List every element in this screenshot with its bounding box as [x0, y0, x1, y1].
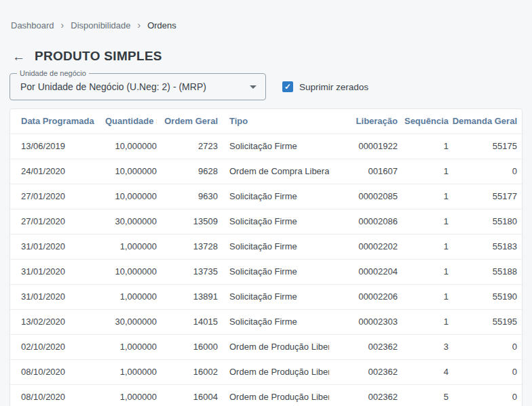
table-cell-sequencia: 3: [398, 334, 449, 359]
table-cell-sequencia: 5: [398, 384, 449, 406]
table-cell-sequencia: 1: [398, 159, 449, 184]
table-cell-ordem-geral: 14015: [157, 309, 218, 334]
table-cell-demanda-geral: 0: [449, 159, 522, 184]
column-header-sequencia[interactable]: Sequência: [398, 109, 449, 134]
table-header-row: Data ProgramadaQuantidade SaldoOrdem Ger…: [10, 109, 522, 134]
suppress-zeros-label: Suprimir zerados: [299, 82, 368, 92]
table-cell-data-programada: 13/02/2020: [10, 309, 105, 334]
chevron-right-icon: ›: [61, 20, 64, 30]
table-cell-tipo: Solicitação Firme: [218, 284, 329, 309]
table-cell-tipo: Solicitação Firme: [218, 184, 329, 209]
breadcrumb: Dashboard › Disponibilidade › Ordens: [11, 20, 522, 31]
column-header-ordem-geral[interactable]: Ordem Geral: [157, 109, 218, 134]
table-cell-tipo: Ordem de Compra Liberada: [218, 159, 329, 184]
table-cell-tipo: Solicitação Firme: [218, 259, 329, 284]
table-cell-tipo: Solicitação Firme: [218, 234, 329, 259]
suppress-zeros-checkbox[interactable]: ✓ Suprimir zerados: [282, 81, 368, 92]
table-row: 24/01/202010,0000009628Ordem de Compra L…: [10, 159, 522, 184]
column-header-liberacao[interactable]: Liberação: [329, 109, 398, 134]
table-cell-demanda-geral: 55180: [449, 209, 522, 234]
table-cell-ordem-geral: 16002: [157, 359, 218, 384]
table-cell-quantidade-saldo: 1,000000: [105, 359, 157, 384]
table-cell-data-programada: 27/01/2020: [10, 209, 105, 234]
table-cell-liberacao: 001607: [329, 159, 398, 184]
table-cell-ordem-geral: 13891: [157, 284, 218, 309]
table-cell-ordem-geral: 13735: [157, 259, 218, 284]
table-cell-tipo: Ordem de Produção Liberada: [218, 334, 329, 359]
table-cell-sequencia: 4: [398, 359, 449, 384]
table-row: 08/10/20201,00000016004Ordem de Produção…: [10, 384, 522, 406]
breadcrumb-item-disponibilidade[interactable]: Disponibilidade: [71, 20, 130, 31]
table-cell-liberacao: 00002085: [329, 184, 398, 209]
business-unit-select-label: Unidade de negócio: [17, 69, 89, 78]
table-cell-demanda-geral: 55183: [449, 234, 522, 259]
column-header-demanda-geral[interactable]: Demanda Geral: [449, 109, 522, 134]
table-cell-sequencia: 1: [398, 309, 449, 334]
back-button[interactable]: ←: [12, 50, 25, 63]
table-cell-liberacao: 002362: [329, 334, 398, 359]
table-cell-sequencia: 1: [398, 209, 449, 234]
table-cell-liberacao: 00002303: [329, 309, 398, 334]
table-cell-quantidade-saldo: 30,000000: [105, 209, 157, 234]
table-cell-ordem-geral: 9628: [157, 159, 218, 184]
column-header-tipo[interactable]: Tipo: [218, 109, 329, 134]
table-cell-data-programada: 24/01/2020: [10, 159, 105, 184]
table-cell-data-programada: 08/10/2020: [10, 384, 105, 406]
caret-down-icon: [250, 85, 256, 89]
column-header-data-programada[interactable]: Data Programada: [10, 109, 105, 134]
table-cell-tipo: Ordem de Produção Liberada: [218, 384, 329, 406]
table-cell-sequencia: 1: [398, 134, 449, 159]
business-unit-select[interactable]: Unidade de negócio Por Unidade de Negóci…: [10, 73, 266, 100]
arrow-left-icon: ←: [12, 49, 25, 64]
table-row: 31/01/20201,00000013728Solicitação Firme…: [10, 234, 522, 259]
table-cell-quantidade-saldo: 10,000000: [105, 159, 157, 184]
checkbox-checked-icon[interactable]: ✓: [282, 81, 293, 92]
table-cell-quantidade-saldo: 1,000000: [105, 334, 157, 359]
table-row: 31/01/20201,00000013891Solicitação Firme…: [10, 284, 522, 309]
table-cell-data-programada: 31/01/2020: [10, 284, 105, 309]
table-cell-ordem-geral: 2723: [157, 134, 218, 159]
table-row: 27/01/202010,0000009630Solicitação Firme…: [10, 184, 522, 209]
table-cell-sequencia: 1: [398, 259, 449, 284]
table-cell-sequencia: 1: [398, 284, 449, 309]
table-cell-demanda-geral: 55177: [449, 184, 522, 209]
table-cell-quantidade-saldo: 10,000000: [105, 134, 157, 159]
filters-row: Unidade de negócio Por Unidade de Negóci…: [10, 73, 522, 100]
table-cell-demanda-geral: 0: [449, 384, 522, 406]
table-cell-quantidade-saldo: 1,000000: [105, 284, 157, 309]
table-cell-data-programada: 08/10/2020: [10, 359, 105, 384]
table-cell-demanda-geral: 0: [449, 359, 522, 384]
table-cell-sequencia: 1: [398, 234, 449, 259]
table-cell-data-programada: 31/01/2020: [10, 259, 105, 284]
table-row: 13/02/202030,00000014015Solicitação Firm…: [10, 309, 522, 334]
table-cell-liberacao: 00002206: [329, 284, 398, 309]
orders-table: Data ProgramadaQuantidade SaldoOrdem Ger…: [10, 109, 522, 406]
table-cell-ordem-geral: 16000: [157, 334, 218, 359]
table-cell-ordem-geral: 16004: [157, 384, 218, 406]
table-cell-liberacao: 002362: [329, 384, 398, 406]
table-cell-liberacao: 00002202: [329, 234, 398, 259]
table-cell-ordem-geral: 13509: [157, 209, 218, 234]
column-header-quantidade-saldo[interactable]: Quantidade Saldo: [105, 109, 157, 134]
business-unit-select-value: Por Unidade de Negócio (U.Neg: 2) - (MRP…: [10, 81, 265, 92]
table-cell-quantidade-saldo: 10,000000: [105, 259, 157, 284]
table-cell-data-programada: 31/01/2020: [10, 234, 105, 259]
breadcrumb-item-dashboard[interactable]: Dashboard: [11, 20, 54, 31]
page-title: PRODUTO SIMPLES: [35, 49, 162, 64]
table-cell-demanda-geral: 55190: [449, 284, 522, 309]
table-cell-demanda-geral: 0: [449, 334, 522, 359]
table-cell-quantidade-saldo: 10,000000: [105, 184, 157, 209]
table-cell-data-programada: 02/10/2020: [10, 334, 105, 359]
table-row: 31/01/202010,00000013735Solicitação Firm…: [10, 259, 522, 284]
table-row: 02/10/20201,00000016000Ordem de Produção…: [10, 334, 522, 359]
table-cell-liberacao: 00001922: [329, 134, 398, 159]
chevron-right-icon: ›: [137, 20, 140, 30]
table-cell-demanda-geral: 55175: [449, 134, 522, 159]
orders-table-card: Data ProgramadaQuantidade SaldoOrdem Ger…: [10, 108, 522, 406]
table-cell-demanda-geral: 55195: [449, 309, 522, 334]
page-header: ← PRODUTO SIMPLES: [12, 49, 522, 64]
table-cell-tipo: Solicitação Firme: [218, 134, 329, 159]
table-cell-liberacao: 00002204: [329, 259, 398, 284]
table-cell-quantidade-saldo: 1,000000: [105, 384, 157, 406]
table-cell-tipo: Solicitação Firme: [218, 209, 329, 234]
